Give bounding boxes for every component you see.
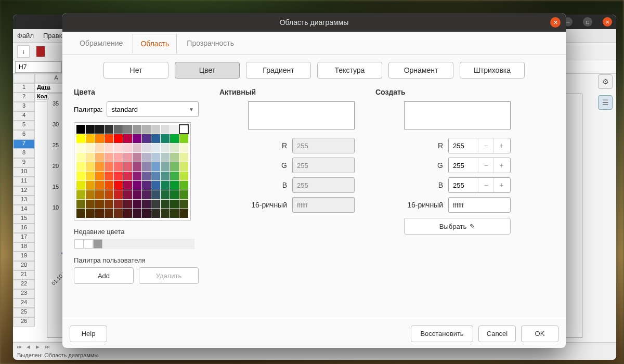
fill-color-button[interactable]: Цвет [175,62,240,79]
tab-transparency[interactable]: Прозрачность [179,33,242,53]
color-swatch[interactable] [151,153,160,162]
row-header[interactable]: 13 [13,196,35,205]
color-swatch[interactable] [86,181,95,190]
plus-icon[interactable]: + [493,138,509,153]
color-swatch[interactable] [86,209,95,218]
color-swatch[interactable] [105,209,113,218]
ok-button[interactable]: OK [521,326,558,342]
row-header[interactable]: 24 [13,298,35,308]
color-swatch[interactable] [133,153,141,162]
row-header[interactable]: 3 [13,102,35,111]
color-swatch[interactable] [151,144,160,152]
color-swatch[interactable] [161,181,170,190]
row-header[interactable]: 4 [13,111,35,121]
color-swatch[interactable] [105,162,113,171]
color-swatch[interactable] [179,190,188,199]
color-swatch[interactable] [142,172,151,180]
color-swatch[interactable] [114,144,123,152]
color-swatch[interactable] [105,153,113,162]
row-header[interactable]: 17 [13,233,35,242]
color-swatch[interactable] [170,153,179,162]
gear-icon[interactable]: ⚙ [598,74,613,89]
row-header[interactable]: 9 [13,158,35,167]
color-swatch[interactable] [179,144,188,152]
color-swatch[interactable] [114,153,123,162]
color-swatch[interactable] [123,144,132,152]
color-swatch[interactable] [142,125,151,134]
reset-button[interactable]: Восстановить [411,326,473,342]
color-swatch[interactable] [95,209,104,218]
row-header[interactable]: 6 [13,130,35,139]
color-swatch[interactable] [86,172,95,180]
color-swatch[interactable] [142,162,151,171]
color-swatch[interactable] [133,209,141,218]
color-swatch[interactable] [86,162,95,171]
color-swatch[interactable] [105,172,113,180]
color-swatch[interactable] [86,144,95,152]
color-swatch[interactable] [142,200,151,209]
color-swatch[interactable] [170,134,179,143]
fill-none-button[interactable]: Нет [103,62,168,79]
create-r-input[interactable] [449,142,478,150]
color-swatch[interactable] [105,181,113,190]
close-icon[interactable]: ✕ [550,17,561,28]
row-header[interactable]: 11 [13,177,35,186]
color-swatch[interactable] [123,125,132,134]
color-swatch[interactable] [142,144,151,152]
plus-icon[interactable]: + [493,178,509,192]
toolbar-red-icon[interactable] [36,46,45,57]
color-swatch[interactable] [76,172,85,180]
recent-colors-row[interactable] [74,239,194,249]
color-swatch[interactable] [179,209,188,218]
color-swatch[interactable] [179,125,188,134]
color-swatch[interactable] [123,200,132,209]
toolbar-dropdown-icon[interactable]: ↓ [17,45,30,58]
color-swatch[interactable] [123,172,132,180]
color-swatch[interactable] [114,134,123,143]
color-swatch[interactable] [133,162,141,171]
plus-icon[interactable]: + [493,158,509,173]
color-swatch[interactable] [86,153,95,162]
color-swatch[interactable] [114,190,123,199]
row-header[interactable]: 8 [13,149,35,158]
color-swatch[interactable] [151,200,160,209]
create-b-spinner[interactable]: − + [448,177,511,193]
color-swatch[interactable] [114,125,123,134]
fill-gradient-button[interactable]: Градиент [246,62,311,79]
create-g-input[interactable] [449,162,478,170]
color-swatch[interactable] [133,134,141,143]
sheet-nav-next-icon[interactable]: ▶ [36,344,43,352]
color-swatch[interactable] [76,190,85,199]
delete-color-button[interactable]: Удалить [139,267,199,284]
color-swatch[interactable] [86,125,95,134]
color-swatch[interactable] [123,181,132,190]
color-swatch-grid[interactable] [74,122,191,220]
color-swatch[interactable] [161,134,170,143]
color-swatch[interactable] [170,200,179,209]
color-swatch[interactable] [142,134,151,143]
color-swatch[interactable] [76,200,85,209]
row-header[interactable]: 12 [13,186,35,196]
color-swatch[interactable] [179,134,188,143]
row-header-selected[interactable]: 7 [13,139,35,149]
color-swatch[interactable] [161,125,170,134]
fill-hatch-button[interactable]: Штриховка [460,62,525,79]
row-header[interactable]: 18 [13,242,35,252]
color-swatch[interactable] [114,181,123,190]
fill-pattern-button[interactable]: Орнамент [388,62,453,79]
color-swatch[interactable] [170,209,179,218]
add-color-button[interactable]: Add [74,267,134,284]
color-swatch[interactable] [76,162,85,171]
row-header[interactable]: 10 [13,167,35,177]
color-swatch[interactable] [123,134,132,143]
color-swatch[interactable] [161,190,170,199]
color-swatch[interactable] [123,209,132,218]
create-r-spinner[interactable]: − + [448,138,511,153]
color-swatch[interactable] [133,172,141,180]
color-swatch[interactable] [133,181,141,190]
row-header[interactable]: 22 [13,280,35,289]
color-swatch[interactable] [142,190,151,199]
color-swatch[interactable] [151,134,160,143]
color-swatch[interactable] [105,144,113,152]
color-swatch[interactable] [161,153,170,162]
